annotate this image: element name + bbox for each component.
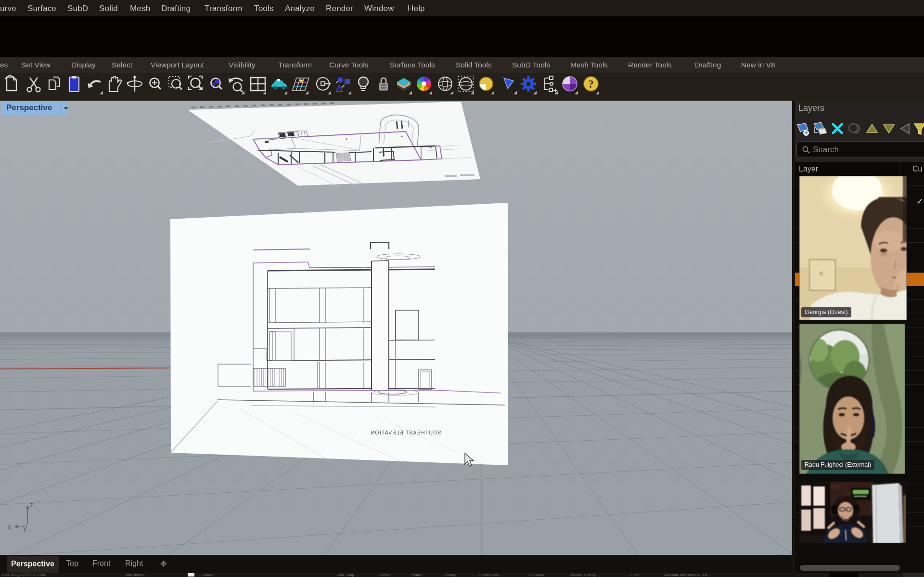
svg-text:x: x xyxy=(8,523,12,531)
svg-text:z: z xyxy=(30,500,34,509)
svg-text:?: ? xyxy=(588,78,594,90)
svg-text:SOUTHEAST ELEVATION: SOUTHEAST ELEVATION xyxy=(370,430,441,435)
svg-text:y: y xyxy=(23,524,27,532)
